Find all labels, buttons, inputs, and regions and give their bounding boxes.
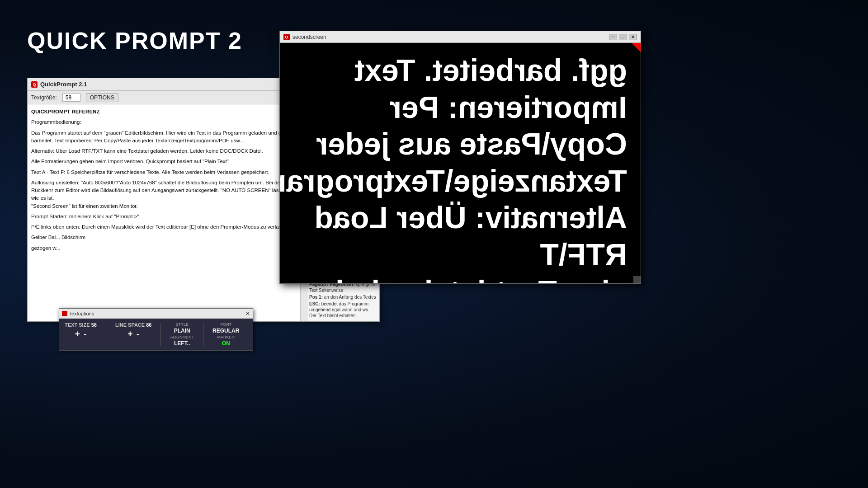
second-screen-window: Q secondscreen ─ □ ✕ ggf. barbeitet. Tex… (279, 31, 641, 284)
qp-editor[interactable]: QUICKPROMPT REFERENZ Programmbedienung: … (28, 104, 301, 321)
textsize-value[interactable]: 58 (62, 94, 80, 102)
textoptions-close-btn[interactable]: ✕ (245, 310, 250, 317)
linespace-plus-btn[interactable]: + (127, 329, 133, 338)
editor-content: QUICKPROMPT REFERENZ Programmbedienung: … (31, 108, 297, 252)
textsize-main-label: TEXT SIZE 58 (65, 322, 97, 328)
style-group: STYLE PLAIN ALIGNMENT LEFT.. (170, 322, 194, 347)
linespace-main-label: LINE SPACE 86 (115, 322, 152, 328)
ss-titlebar: Q secondscreen ─ □ ✕ (280, 31, 641, 43)
ss-title: secondscreen (292, 34, 606, 40)
red-corner-marker (632, 43, 641, 52)
linespace-minus-btn[interactable]: - (137, 329, 140, 338)
ss-titlebar-buttons: ─ □ ✕ (609, 34, 637, 40)
textoptions-title: textoptions (70, 311, 243, 316)
divider-2 (160, 323, 161, 346)
divider-3 (203, 323, 203, 346)
main-title: QUICK PROMPT 2 (27, 27, 242, 54)
style-sub-label: STYLE (175, 322, 189, 327)
font-sub-label: FONT (220, 322, 231, 327)
textsize-group: TEXT SIZE 58 + - (65, 322, 97, 338)
ss-maximize-btn[interactable]: □ (619, 34, 627, 40)
ss-app-icon: Q (283, 34, 290, 40)
style-value[interactable]: PLAIN (174, 328, 190, 334)
textoptions-icon (62, 311, 67, 316)
marker-value[interactable]: ON (222, 340, 230, 347)
ss-content: ggf. barbeitet. Text Importieren: Per Co… (280, 43, 641, 283)
textoptions-content: TEXT SIZE 58 + - LINE SPACE 86 + - STYLE… (59, 319, 253, 350)
qp-app-icon: Q (31, 81, 38, 88)
options-button[interactable]: OPTIONS (86, 93, 118, 102)
resize-handle[interactable] (633, 276, 641, 283)
linespace-group: LINE SPACE 86 + - (115, 322, 152, 338)
textoptions-titlebar: textoptions ✕ (59, 309, 253, 319)
textsize-minus-btn[interactable]: - (84, 329, 87, 338)
divider-1 (106, 323, 106, 346)
textsize-plus-btn[interactable]: + (75, 329, 80, 338)
marker-sub-label: MARKER (217, 335, 235, 339)
font-value[interactable]: REGULAR (212, 328, 239, 334)
textoptions-bar: textoptions ✕ TEXT SIZE 58 + - LINE SPAC… (59, 308, 253, 351)
linespace-btns: + - (127, 329, 139, 338)
alignment-sub-label: ALIGNMENT (170, 335, 194, 339)
textsize-label: Textgröße: (31, 94, 57, 101)
ss-close-btn[interactable]: ✕ (629, 34, 637, 40)
font-group: FONT REGULAR MARKER ON (212, 322, 239, 347)
ss-mirrored-text: ggf. barbeitet. Text Importieren: Per Co… (293, 52, 627, 283)
textsize-btns: + - (75, 329, 86, 338)
ss-minimize-btn[interactable]: ─ (609, 34, 617, 40)
alignment-value[interactable]: LEFT.. (174, 340, 190, 347)
